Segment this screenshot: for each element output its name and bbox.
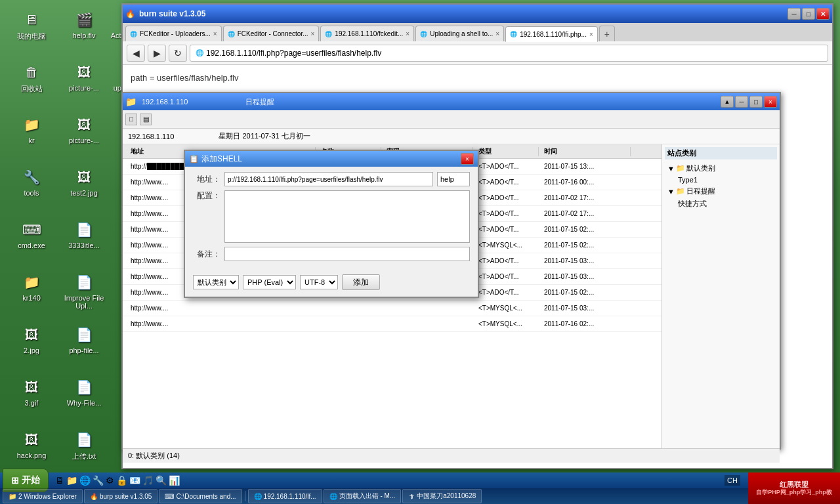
desktop-icon-hack[interactable]: 🖼 hack.png <box>5 427 58 462</box>
refresh-button[interactable]: ↻ <box>169 45 187 62</box>
desktop-icon-3gif[interactable]: 🖼 3.gif <box>5 374 58 410</box>
address-bar[interactable]: 🌐 192.168.1.110/lfi.php?page=userfiles/f… <box>190 45 828 62</box>
tray-icon-6[interactable]: 🔒 <box>116 475 127 486</box>
sidebar-item-type1[interactable]: Type1 <box>678 176 698 184</box>
tab-2-close[interactable]: × <box>311 30 315 37</box>
doc-icon: 📄 <box>74 324 94 345</box>
browser2-label: 页面载入出错 - M... <box>339 492 396 501</box>
table-row[interactable]: http://www.... <T>MYSQL<... 2011-07-15 0… <box>123 301 662 316</box>
desktop-icon-label: cmd.exe <box>18 242 45 249</box>
new-tab-button[interactable]: + <box>599 26 615 41</box>
taskbar-item-chopper[interactable]: 🗡 中国菜刀a20110628 <box>402 489 482 503</box>
tab-3[interactable]: 🌐 192.168.1.110/fckedit... × <box>320 26 414 41</box>
desktop-icon-3333[interactable]: 📄 3333itle... <box>58 217 110 252</box>
category-select[interactable]: 默认类别 <box>193 275 239 289</box>
sidebar-item-shortcuts[interactable]: 快捷方式 <box>678 200 707 207</box>
address-hint-input[interactable] <box>437 172 470 186</box>
window-controls: ─ □ ✕ <box>788 8 830 20</box>
burp-titlebar: 🔥 burn suite v1.3.05 ─ □ ✕ <box>123 5 832 23</box>
tab-1[interactable]: 🌐 FCKeditor - Uploaders... × <box>125 26 222 41</box>
back-button[interactable]: ◀ <box>127 45 145 62</box>
fm-restore[interactable]: □ <box>749 96 763 108</box>
tab-2[interactable]: 🌐 FCKeditor - Connector... × <box>223 26 320 41</box>
browser1-label: 192.168.1.110/lf... <box>264 493 316 500</box>
close-button[interactable]: ✕ <box>816 8 830 20</box>
desktop-icon-my-computer[interactable]: 🖥 我的电脑 <box>5 7 58 44</box>
doc-icon: 📄 <box>74 272 94 293</box>
add-button[interactable]: 添加 <box>342 274 380 290</box>
dialog-note-row: 备注： <box>193 247 470 261</box>
tab-5-close[interactable]: × <box>589 31 593 38</box>
fm-close[interactable]: × <box>764 96 777 108</box>
desktop-icon-label: test2.jpg <box>70 189 98 197</box>
row-date: 2011-07-15 02:... <box>539 226 631 233</box>
tray-icon-8[interactable]: 🎵 <box>142 475 154 486</box>
row-type: <T>ADO</T... <box>473 273 539 280</box>
desktop-icon-kr[interactable]: 📁 kr <box>5 112 58 147</box>
row-type: <T>MYSQL<... <box>473 304 539 312</box>
taskbar-item-browser2[interactable]: 🌐 页面载入出错 - M... <box>324 489 402 503</box>
desktop-icon-area: 🖥 我的电脑 🎬 help.flv 🔧 ActivePe... 🗑 回收站 🖼 … <box>0 0 112 459</box>
recycle-icon: 🗑 <box>21 62 42 83</box>
table-row[interactable]: http://www.... <T>MYSQL<... 2011-07-16 0… <box>123 316 662 332</box>
tab-1-close[interactable]: × <box>213 30 217 37</box>
tab-3-close[interactable]: × <box>406 30 410 37</box>
address-input[interactable] <box>224 172 433 186</box>
forward-button[interactable]: ▶ <box>148 45 166 62</box>
expand-icon2: ▼ <box>667 188 675 196</box>
window-title: burn suite v1.3.05 <box>139 9 205 18</box>
desktop-icon-upload-txt[interactable]: 📄 上传.txt <box>58 427 110 464</box>
fm-sidebar-header: 站点类别 <box>665 147 777 159</box>
fm-minimize[interactable]: ▲ <box>721 96 734 108</box>
desktop-icon-kr140[interactable]: 📁 kr140 <box>5 269 58 304</box>
add-shell-dialog: 📋 添加SHELL × 地址： 配置： 备注： 默认类别 PHP (Eval) … <box>184 150 479 298</box>
desktop-icon-test2[interactable]: 🖼 test2.jpg <box>58 164 110 200</box>
maximize-button[interactable]: □ <box>802 8 815 20</box>
fm-title-calendar: 日程提醒 <box>245 97 274 107</box>
taskbar: ⊞ 开始 🖥 📁 🌐 🔧 ⚙ 🔒 📧 🎵 🔍 📊 CH 📁 2 Windows … <box>0 472 840 504</box>
row-type: <T>ADO</T... <box>473 289 539 296</box>
desktop-icon-2jpg[interactable]: 🖼 2.jpg <box>5 322 58 357</box>
type-select[interactable]: PHP (Eval) <box>243 275 296 289</box>
desktop-icon-picture2[interactable]: 🖼 picture-... <box>58 112 110 147</box>
explorer-icon: 📁 <box>9 493 16 500</box>
desktop-icon-whyfile[interactable]: 📄 Why-File... <box>58 374 110 410</box>
tab-4-close[interactable]: × <box>495 30 499 37</box>
fm-toolbar-btn1[interactable]: □ <box>125 114 137 125</box>
tray-icon-9[interactable]: 🔍 <box>156 475 167 486</box>
desktop-icon-improve[interactable]: 📄 Improve File Upl... <box>58 269 110 312</box>
taskbar-item-cmd[interactable]: ⌨ C:\Documents and... <box>159 489 242 503</box>
fm-toolbar-btn2[interactable]: ▤ <box>140 114 152 125</box>
desktop-icon-label: picture-... <box>69 136 99 144</box>
tray-icon-5[interactable]: ⚙ <box>106 475 114 486</box>
sidebar-item-default[interactable]: 默认类别 <box>686 163 715 173</box>
cmd-icon: ⌨ <box>165 493 174 500</box>
desktop-icon-cmd[interactable]: ⌨ cmd.exe <box>5 217 58 252</box>
tab-4[interactable]: 🌐 Uploading a shell to... × <box>415 26 504 41</box>
tray-icon-3[interactable]: 🌐 <box>79 475 91 486</box>
minimize-button[interactable]: ─ <box>788 8 801 20</box>
folder-icon: 📁 <box>21 114 42 135</box>
cmd-label: C:\Documents and... <box>176 493 236 500</box>
desktop-icon-tools[interactable]: 🔧 tools <box>5 164 58 200</box>
taskbar-item-browser1[interactable]: 🌐 192.168.1.110/lf... <box>248 489 322 503</box>
folder-icon: 📁 <box>676 164 685 173</box>
config-textarea[interactable] <box>224 190 470 243</box>
terminal-icon: ⌨ <box>21 219 42 240</box>
tray-icon-4[interactable]: 🔧 <box>93 475 104 486</box>
tab-5[interactable]: 🌐 192.168.1.110/lfi.php... × <box>505 26 598 42</box>
dialog-close-button[interactable]: × <box>461 153 474 165</box>
desktop-icon-php[interactable]: 📄 php-file... <box>58 322 110 357</box>
desktop-icon-recycle[interactable]: 🗑 回收站 <box>5 59 58 96</box>
tray-icon-7[interactable]: 📧 <box>129 475 140 486</box>
sidebar-item-calendar[interactable]: 日程提醒 <box>686 186 715 196</box>
note-input[interactable] <box>224 247 470 261</box>
taskbar-item-explorer[interactable]: 📁 2 Windows Explorer <box>3 489 83 503</box>
tray-icon-2[interactable]: 📁 <box>66 475 77 486</box>
fm-maximize[interactable]: ─ <box>735 96 748 108</box>
tray-icon-1[interactable]: 🖥 <box>55 475 64 486</box>
tray-icon-10[interactable]: 📊 <box>169 475 180 486</box>
taskbar-bottom: 📁 2 Windows Explorer 🔥 burp suite v1.3.0… <box>0 488 840 504</box>
taskbar-item-burp[interactable]: 🔥 burp suite v1.3.05 <box>84 489 158 503</box>
encoding-select[interactable]: UTF-8 <box>300 275 338 289</box>
